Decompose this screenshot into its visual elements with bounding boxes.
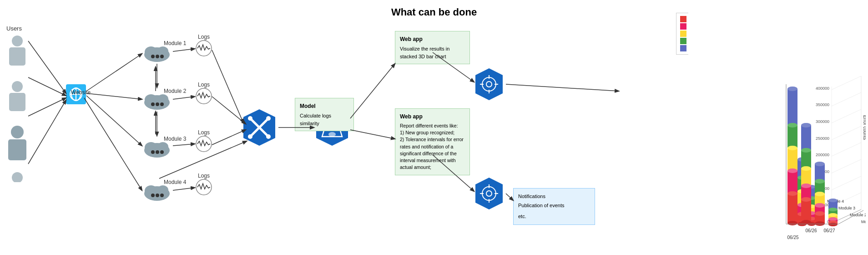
svg-rect-125	[787, 89, 797, 125]
svg-point-2	[12, 81, 23, 92]
svg-rect-5	[8, 139, 26, 160]
svg-text:200000: 200000	[816, 153, 829, 157]
svg-point-183	[828, 208, 838, 211]
logs2-label: Logs	[198, 82, 210, 88]
svg-point-181	[828, 199, 838, 202]
svg-rect-3	[9, 93, 25, 111]
svg-rect-133	[787, 194, 797, 223]
module4-label: Module 4	[164, 179, 186, 185]
svg-point-14	[145, 46, 157, 57]
main-container: What can be done Users Website Module 1	[0, 0, 868, 255]
svg-point-30	[151, 150, 155, 154]
svg-point-165	[801, 184, 811, 188]
webapp2-text: Report different events like:1) New grou…	[400, 122, 465, 171]
svg-line-86	[212, 130, 246, 145]
svg-point-37	[151, 194, 155, 197]
svg-text:300000: 300000	[816, 119, 829, 124]
notif-line2: Publication of events	[518, 201, 590, 210]
logs1-icon	[196, 40, 212, 56]
svg-point-132	[787, 168, 797, 173]
svg-line-72	[86, 54, 142, 91]
svg-line-85	[212, 97, 246, 124]
svg-point-126	[787, 87, 797, 91]
module3-label: Module 3	[164, 136, 186, 142]
svg-point-21	[145, 94, 157, 105]
svg-point-176	[815, 203, 825, 208]
svg-line-90	[350, 130, 395, 139]
svg-point-53	[328, 132, 336, 137]
svg-point-23	[151, 102, 155, 106]
legend-color-type4	[680, 38, 686, 44]
svg-rect-131	[787, 171, 797, 194]
svg-marker-54	[475, 68, 503, 100]
model-title: Model	[300, 102, 349, 110]
svg-point-135	[787, 221, 797, 225]
legend-color-type5	[680, 45, 686, 51]
svg-point-45	[266, 116, 271, 121]
svg-point-130	[787, 146, 797, 150]
legend-color-type1	[680, 16, 686, 22]
model-box: Model Calculate logs similarity	[295, 98, 354, 131]
logs1-label: Logs	[198, 34, 210, 40]
svg-point-44	[248, 116, 252, 121]
svg-line-78	[173, 144, 195, 146]
logs3-label: Logs	[198, 129, 210, 136]
svg-point-22	[157, 94, 168, 103]
svg-line-75	[84, 98, 142, 190]
svg-text:Module 3: Module 3	[838, 206, 855, 210]
module1-label: Module 1	[164, 40, 186, 46]
svg-rect-158	[801, 125, 811, 150]
notif-line1: Notifications	[518, 192, 590, 201]
svg-line-77	[173, 97, 195, 99]
webapp-box1: Web app Visualize the results in stacked…	[395, 31, 470, 64]
target-hexagon1	[473, 66, 505, 102]
svg-point-46	[248, 134, 252, 139]
svg-text:06/26: 06/26	[805, 228, 817, 233]
svg-point-178	[815, 211, 825, 216]
svg-point-172	[815, 179, 825, 184]
svg-line-92	[506, 84, 619, 91]
svg-point-29	[157, 142, 168, 151]
svg-point-4	[11, 126, 24, 138]
legend-color-type3	[680, 31, 686, 37]
svg-point-161	[801, 148, 811, 153]
bar-chart: Error counts 0 50000 100000 150000 20000…	[688, 9, 866, 246]
page-title: What can be done	[391, 6, 477, 18]
svg-point-134	[787, 191, 797, 196]
logs4-label: Logs	[198, 173, 210, 179]
svg-text:350000: 350000	[816, 102, 829, 107]
svg-point-187	[828, 217, 838, 221]
svg-text:400000: 400000	[816, 86, 829, 91]
svg-text:250000: 250000	[816, 136, 829, 141]
legend-color-type2	[680, 23, 686, 30]
svg-line-76	[173, 49, 195, 51]
svg-point-15	[157, 46, 168, 56]
svg-point-170	[815, 162, 825, 166]
svg-rect-160	[801, 150, 811, 168]
svg-point-174	[815, 192, 825, 196]
center-hexagon	[241, 107, 278, 148]
svg-point-25	[160, 102, 164, 106]
svg-point-32	[160, 150, 164, 154]
people-icons	[4, 27, 35, 182]
svg-text:06/27: 06/27	[823, 228, 835, 233]
svg-line-73	[86, 93, 142, 99]
svg-line-74	[86, 96, 142, 146]
svg-rect-169	[815, 164, 825, 181]
svg-line-79	[173, 188, 195, 190]
svg-point-190	[828, 223, 838, 226]
svg-text:Error counts: Error counts	[863, 115, 866, 140]
svg-marker-61	[475, 178, 503, 209]
svg-point-18	[160, 55, 164, 58]
module2-label: Module 2	[164, 88, 186, 94]
svg-point-31	[156, 150, 159, 154]
svg-rect-129	[787, 148, 797, 171]
svg-point-47	[266, 134, 271, 139]
svg-point-24	[156, 102, 159, 106]
svg-text:06/25: 06/25	[787, 235, 798, 240]
svg-text:Module 1: Module 1	[861, 219, 866, 224]
webapp-box2: Web app Report different events like:1) …	[395, 108, 470, 175]
svg-point-38	[156, 194, 159, 197]
svg-point-179	[815, 221, 825, 226]
logs4-icon	[196, 179, 212, 195]
